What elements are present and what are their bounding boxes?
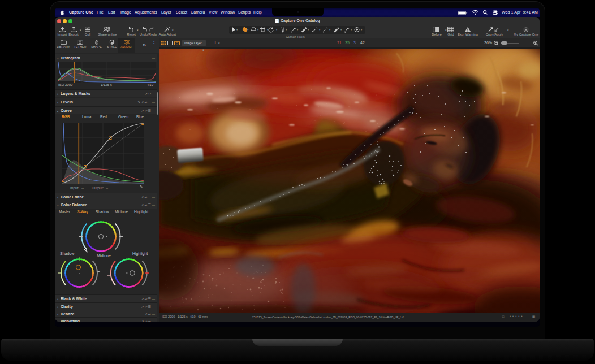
svg-text:▾: ▾ [361, 28, 363, 31]
svg-text:▾: ▾ [236, 28, 238, 31]
svg-text:▾: ▾ [247, 28, 249, 31]
svg-text:▾: ▾ [257, 28, 259, 31]
svg-text:▾: ▾ [308, 28, 309, 31]
svg-text:▾: ▾ [319, 28, 321, 31]
svg-text:▾: ▾ [276, 28, 278, 31]
svg-text:▾: ▾ [329, 28, 331, 31]
svg-text:▾: ▾ [351, 28, 352, 31]
svg-text:▾: ▾ [340, 28, 342, 31]
svg-text:▾: ▾ [297, 28, 299, 31]
svg-text:▾: ▾ [286, 28, 287, 31]
